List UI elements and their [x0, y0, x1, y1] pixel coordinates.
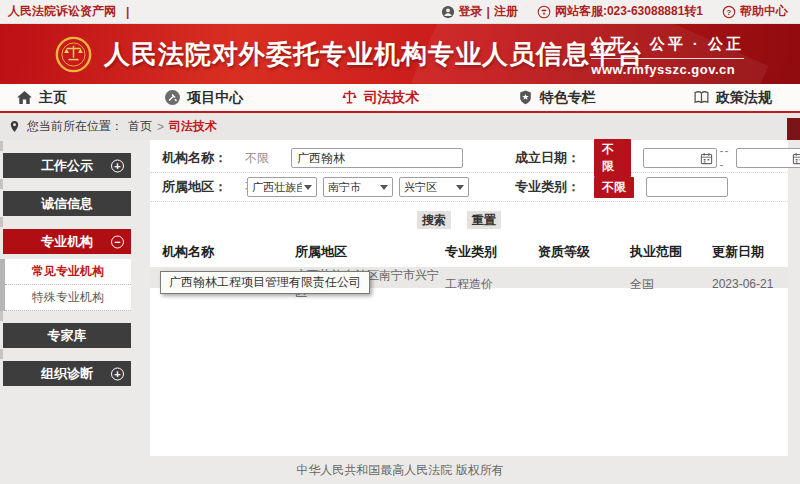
scales-icon	[341, 89, 358, 106]
sidebar-item-label: 工作公示	[41, 157, 93, 175]
location-pin-icon	[8, 120, 22, 134]
hotline-group: 网站客服:023-63088881转1	[537, 3, 703, 20]
org-name-input[interactable]	[291, 148, 463, 168]
form-row-region: 所属地区： 不限 广西壮族自治区 南宁市 兴宁区	[150, 173, 788, 202]
region-label: 所属地区：	[162, 178, 227, 196]
sidebar-item-org-diagnosis[interactable]: 组织诊断	[3, 361, 131, 386]
category-label: 专业类别：	[515, 178, 580, 196]
utility-bar: 人民法院诉讼资产网 | 登录 | 注册 网站客服:023-63088881转1	[0, 0, 800, 24]
reset-button[interactable]: 重置	[467, 211, 501, 229]
org-name-tooltip: 广西翰林工程项目管理有限责任公司	[160, 271, 370, 294]
org-name-label: 机构名称：	[162, 149, 227, 167]
date-range-separator: ---	[720, 144, 733, 172]
search-button[interactable]: 搜索	[417, 211, 451, 229]
chevron-down-icon	[456, 185, 464, 190]
breadcrumb-home-link[interactable]: 首页	[128, 118, 152, 135]
nav-item-home[interactable]: 主页	[16, 89, 67, 107]
region-selects: 广西壮族自治区 南宁市 兴宁区	[247, 177, 469, 197]
province-select-value: 广西壮族自治区	[252, 180, 302, 195]
nav-item-special-column[interactable]: 特色专栏	[517, 89, 596, 107]
utility-left: 人民法院诉讼资产网 |	[8, 3, 129, 20]
sidebar-item-label: 专家库	[48, 327, 87, 345]
register-link[interactable]: 注册	[494, 3, 518, 20]
sidebar-item-professional-orgs[interactable]: 专业机构	[3, 229, 131, 254]
sidebar-subitem-special-orgs[interactable]: 特殊专业机构	[5, 285, 131, 311]
nav-label: 主页	[39, 89, 67, 107]
founded-date-label: 成立日期：	[515, 149, 580, 167]
col-header-scope: 执业范围	[630, 243, 712, 261]
copyright-text: 中华人民共和国最高人民法院 版权所有	[296, 462, 503, 479]
nav-item-project-center[interactable]: 项目中心	[164, 89, 243, 107]
utility-right: 登录 | 注册 网站客服:023-63088881转1 ? 帮助中心	[427, 3, 788, 20]
col-header-updated: 更新日期	[712, 243, 788, 261]
chevron-down-icon	[304, 185, 312, 190]
category-group: 专业类别： 不限	[515, 177, 728, 198]
help-center-link[interactable]: 帮助中心	[740, 3, 788, 20]
category-input[interactable]	[646, 177, 728, 197]
court-emblem-icon	[55, 36, 92, 73]
district-select[interactable]: 兴宁区	[399, 177, 469, 197]
cell-scope: 全国	[630, 276, 712, 293]
province-select[interactable]: 广西壮族自治区	[247, 177, 317, 197]
city-select-value: 南宁市	[328, 180, 361, 195]
sidebar-submenu: 常见专业机构 特殊专业机构	[0, 259, 131, 311]
sidebar-item-label: 诚信信息	[41, 195, 93, 213]
expand-icon[interactable]	[111, 367, 124, 380]
collapse-icon[interactable]	[111, 235, 124, 248]
site-banner: 人民法院对外委托专业机构专业人员信息平台 公开 · 公平 · 公正 www.rm…	[0, 24, 800, 84]
nav-label: 司法技术	[364, 89, 420, 107]
page: 人民法院诉讼资产网 | 登录 | 注册 网站客服:023-63088881转1	[0, 0, 800, 484]
col-header-region: 所属地区	[295, 243, 445, 261]
chevron-down-icon	[380, 185, 388, 190]
city-select[interactable]: 南宁市	[323, 177, 393, 197]
sidebar-item-label: 专业机构	[41, 233, 93, 251]
sidebar-subitem-common-orgs[interactable]: 常见专业机构	[5, 259, 131, 285]
col-header-category: 专业类别	[445, 243, 538, 261]
site-name-divider: |	[126, 5, 129, 19]
policy-book-icon	[693, 89, 710, 106]
site-name[interactable]: 人民法院诉讼资产网	[8, 3, 116, 20]
login-link[interactable]: 登录	[459, 3, 483, 20]
calendar-icon[interactable]	[700, 152, 713, 165]
breadcrumb-current[interactable]: 司法技术	[169, 118, 217, 135]
breadcrumb: 您当前所在位置： 首页 > 司法技术	[0, 113, 800, 140]
sidebar-item-label: 组织诊断	[41, 365, 93, 383]
cell-category: 工程造价	[445, 276, 538, 293]
nav-label: 特色专栏	[540, 89, 596, 107]
calendar-icon[interactable]	[792, 152, 800, 165]
founded-date-group: 成立日期： 不限 ---	[515, 139, 800, 177]
table-header-row: 机构名称 所属地区 专业类别 资质等级 执业范围 更新日期	[150, 240, 788, 264]
login-register-divider: |	[487, 5, 490, 19]
founded-date-end-input[interactable]	[736, 148, 800, 168]
founded-date-unlimited-button[interactable]: 不限	[594, 139, 631, 177]
scroll-thumb-marker[interactable]	[787, 118, 800, 140]
nav-item-judicial-tech[interactable]: 司法技术	[341, 89, 420, 107]
content: 工作公示 诚信信息 专业机构 常见专业机构 特殊专业机构 专家库 组织诊断	[0, 140, 800, 456]
svg-text:?: ?	[727, 7, 732, 16]
actions-row: 搜索 重置	[417, 211, 788, 229]
special-column-icon	[517, 89, 534, 106]
sidebar-item-work-publicity[interactable]: 工作公示	[3, 153, 131, 178]
sidebar-item-integrity-info[interactable]: 诚信信息	[3, 191, 131, 216]
form-row-org-name: 机构名称： 不限 成立日期： 不限 ---	[150, 144, 788, 173]
nav-label: 项目中心	[187, 89, 243, 107]
main-panel: 机构名称： 不限 成立日期： 不限 ---	[150, 140, 788, 456]
home-icon	[16, 89, 33, 106]
main-nav: 主页 项目中心 司法技术 特色专栏 政策法规	[0, 84, 800, 113]
help-group: ? 帮助中心	[722, 3, 788, 20]
district-select-value: 兴宁区	[404, 180, 437, 195]
breadcrumb-separator: >	[157, 120, 164, 134]
category-unlimited-button[interactable]: 不限	[594, 177, 634, 198]
hotline-text: 网站客服:023-63088881转1	[555, 3, 703, 20]
cell-updated: 2023-06-21	[712, 277, 788, 291]
user-icon	[441, 5, 455, 19]
expand-icon[interactable]	[111, 159, 124, 172]
founded-date-start-input[interactable]	[643, 148, 716, 168]
help-icon: ?	[722, 5, 736, 19]
col-header-grade: 资质等级	[538, 243, 630, 261]
sidebar-item-expert-library[interactable]: 专家库	[3, 323, 131, 348]
nav-item-policy[interactable]: 政策法规	[693, 89, 772, 107]
login-register-group: 登录 | 注册	[441, 3, 518, 20]
sidebar: 工作公示 诚信信息 专业机构 常见专业机构 特殊专业机构 专家库 组织诊断	[0, 140, 150, 456]
org-name-unlimited-text[interactable]: 不限	[245, 150, 269, 167]
